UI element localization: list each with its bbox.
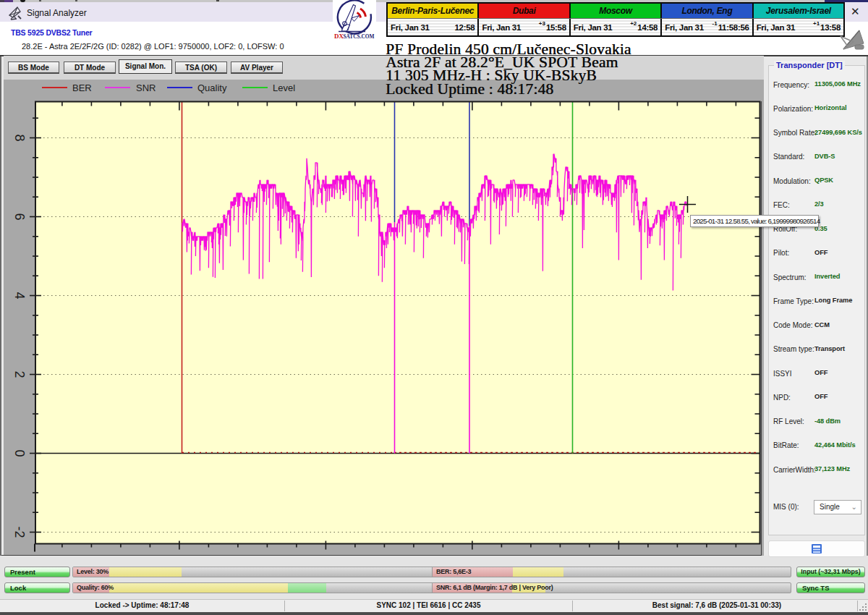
svg-text:4: 4 — [12, 292, 27, 299]
svg-text:2: 2 — [12, 370, 27, 378]
svg-text:0: 0 — [12, 449, 27, 457]
svg-text:DX: DX — [334, 33, 344, 40]
svg-text:-2: -2 — [12, 526, 27, 538]
svg-text:6: 6 — [12, 213, 27, 220]
svg-text:SATCS.COM: SATCS.COM — [344, 33, 375, 40]
svg-text:8: 8 — [12, 134, 27, 141]
